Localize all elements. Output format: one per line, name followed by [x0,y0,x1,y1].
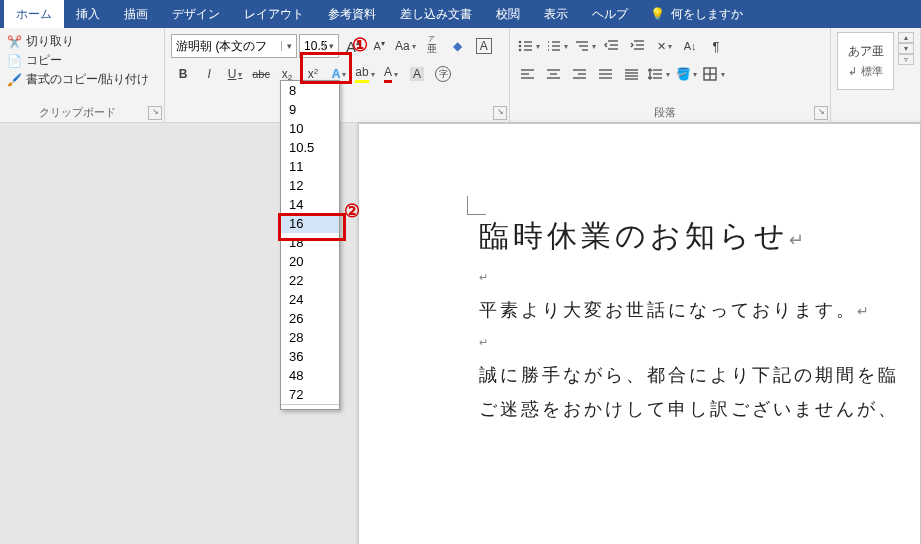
format-painter-button[interactable]: 🖌️ 書式のコピー/貼り付け [6,70,158,89]
shading-button[interactable]: 🪣 [674,63,699,85]
align-center-button[interactable] [542,63,566,85]
size-option[interactable]: 12 [281,176,339,195]
align-left-icon [520,67,536,81]
page[interactable]: 臨時休業のお知らせ↵ ↵ 平素より大変お世話になっております。↵ ↵ 誠に勝手な… [358,123,921,544]
cut-button[interactable]: ✂️ 切り取り [6,32,158,51]
size-option[interactable]: 72 [281,385,339,404]
ribbon: ✂️ 切り取り 📄 コピー 🖌️ 書式のコピー/貼り付け クリップボード ↘ 游… [0,28,921,123]
size-option[interactable]: 20 [281,252,339,271]
show-marks-button[interactable]: ¶ [704,35,728,57]
multilevel-list-button[interactable] [572,35,598,57]
ruby-button[interactable]: ア亜 [420,35,444,57]
font-size-menu[interactable]: 8 9 10 10.5 11 12 14 16 18 20 22 24 26 2… [280,80,340,410]
size-option[interactable]: 18 [281,233,339,252]
sort-button[interactable]: A↓ [678,35,702,57]
enclose-char-button[interactable]: 字 [431,63,455,85]
document-area: 臨時休業のお知らせ↵ ↵ 平素より大変お世話になっております。↵ ↵ 誠に勝手な… [0,123,921,544]
underline-button[interactable]: U [223,63,247,85]
tab-insert[interactable]: 挿入 [64,0,112,28]
bullets-button[interactable] [516,35,542,57]
svg-point-4 [519,49,522,52]
styles-up-icon[interactable]: ▴ [898,32,914,43]
group-paragraph: ✕ A↓ ¶ 🪣 段落 ↘ [510,28,831,122]
tab-layout[interactable]: レイアウト [232,0,316,28]
char-shading-button[interactable]: A [405,63,429,85]
shrink-font-button[interactable]: A▾ [367,35,391,57]
size-option[interactable]: 36 [281,347,339,366]
size-option[interactable]: 24 [281,290,339,309]
svg-point-2 [519,45,522,48]
copy-button[interactable]: 📄 コピー [6,51,158,70]
size-option-hover[interactable]: 16 [281,214,339,233]
tab-view[interactable]: 表示 [532,0,580,28]
font-launcher-icon[interactable]: ↘ [493,106,507,120]
tab-home[interactable]: ホーム [4,0,64,28]
line-spacing-icon [648,67,664,81]
size-option[interactable]: 14 [281,195,339,214]
size-option[interactable]: 10 [281,119,339,138]
font-size-combo[interactable]: 10.5 ▾ [299,34,339,58]
paragraph-launcher-icon[interactable]: ↘ [814,106,828,120]
text-effects-icon: A [332,67,341,81]
distributed-button[interactable] [620,63,644,85]
tab-draw[interactable]: 描画 [112,0,160,28]
cut-label: 切り取り [26,33,74,50]
asian-layout-button[interactable]: ✕ [652,35,676,57]
font-name-dropdown-icon[interactable]: ▾ [281,41,296,51]
tab-design[interactable]: デザイン [160,0,232,28]
font-size-dropdown-icon[interactable]: ▾ [324,41,338,51]
styles-down-icon[interactable]: ▾ [898,43,914,54]
tab-references[interactable]: 参考資料 [316,0,388,28]
align-right-button[interactable] [568,63,592,85]
brush-icon: 🖌️ [6,73,22,87]
clear-formatting-button[interactable]: ◆ [446,35,470,57]
decrease-indent-icon [604,39,620,53]
increase-indent-button[interactable] [626,35,650,57]
margin-mark-icon [467,196,486,215]
bulb-icon: 💡 [650,7,665,21]
styles-more-icon[interactable]: ▿ [898,54,914,65]
size-option[interactable] [281,404,339,409]
font-color-button[interactable]: A [379,63,403,85]
size-option[interactable]: 22 [281,271,339,290]
size-option[interactable]: 11 [281,157,339,176]
size-option[interactable]: 9 [281,100,339,119]
char-border-button[interactable]: A [472,35,496,57]
doc-line: 誠に勝手ながら、都合により下記の期間を臨 [479,363,920,387]
line-spacing-button[interactable] [646,63,672,85]
paragraph-mark-icon: ↵ [789,230,808,250]
numbering-icon [546,39,562,53]
tab-review[interactable]: 校閲 [484,0,532,28]
size-option[interactable]: 28 [281,328,339,347]
tab-help[interactable]: ヘルプ [580,0,640,28]
clipboard-launcher-icon[interactable]: ↘ [148,106,162,120]
font-name-combo[interactable]: 游明朝 (本文のフ ▾ [171,34,297,58]
strikethrough-button[interactable]: abc [249,63,273,85]
style-normal[interactable]: あア亜 ↲ 標準 [837,32,894,90]
bold-button[interactable]: B [171,63,195,85]
change-case-button[interactable]: Aa [393,35,418,57]
justify-icon [598,67,614,81]
tab-mailings[interactable]: 差し込み文書 [388,0,484,28]
decrease-indent-button[interactable] [600,35,624,57]
borders-icon [703,67,719,81]
tell-me-search[interactable]: 💡 何をしますか [640,6,753,23]
size-option[interactable]: 8 [281,81,339,100]
numbering-button[interactable] [544,35,570,57]
doc-line: 平素より大変お世話になっております。↵ [479,298,920,322]
size-option[interactable]: 48 [281,366,339,385]
align-left-button[interactable] [516,63,540,85]
size-option[interactable]: 26 [281,309,339,328]
highlight-button[interactable]: ab [353,63,377,85]
italic-button[interactable]: I [197,63,221,85]
size-option[interactable]: 10.5 [281,138,339,157]
styles-gallery-scroll[interactable]: ▴ ▾ ▿ [898,32,914,65]
align-right-icon [572,67,588,81]
enclose-char-icon: 字 [435,66,451,82]
style-name: ↲ 標準 [838,64,893,79]
group-styles: あア亜 ↲ 標準 ▴ ▾ ▿ [831,28,921,122]
borders-button[interactable] [701,63,727,85]
align-center-icon [546,67,562,81]
callout-number-1: ① [352,34,368,56]
justify-button[interactable] [594,63,618,85]
